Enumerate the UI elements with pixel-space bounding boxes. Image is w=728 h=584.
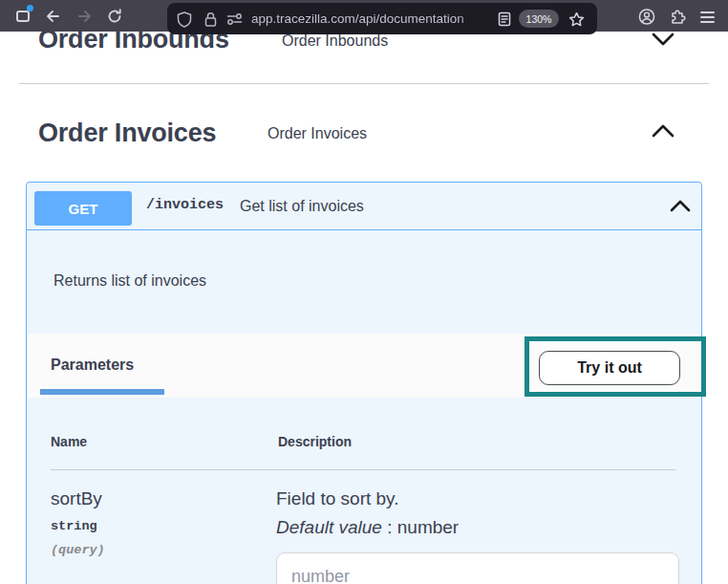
opblock-get-invoices: GET /invoices Get list of invoices Retur… [26, 182, 702, 584]
endpoint-description: Returns list of invoices [54, 272, 206, 290]
section-divider [19, 83, 709, 84]
param-location: (query) [51, 543, 105, 557]
endpoint-summary: Get list of invoices [240, 198, 364, 215]
permissions-toggles-icon[interactable] [225, 11, 243, 28]
table-header-divider [51, 469, 675, 470]
bookmark-star-icon[interactable] [567, 11, 585, 28]
firefox-view-icon[interactable] [14, 8, 32, 25]
section-subtitle-order-invoices: Order Invoices [268, 125, 367, 142]
collapse-chevron-up-icon[interactable] [670, 200, 691, 212]
hamburger-menu-icon[interactable] [698, 9, 716, 26]
try-it-out-button[interactable]: Try it out [539, 351, 680, 385]
reload-icon[interactable] [106, 8, 123, 25]
api-documentation-page: Order Inbounds Order Inbounds Order Invo… [0, 0, 728, 584]
param-description: Field to sort by. [276, 488, 398, 509]
param-default: Default value : number [276, 517, 459, 538]
param-default-value: number [397, 517, 459, 537]
chevron-up-icon[interactable] [652, 124, 674, 138]
param-default-separator: : [382, 517, 397, 537]
endpoint-path: /invoices [146, 197, 224, 213]
reader-mode-icon[interactable] [496, 11, 513, 28]
section-title-order-invoices[interactable]: Order Invoices [38, 119, 216, 148]
column-header-name: Name [51, 434, 87, 449]
account-icon[interactable] [638, 8, 655, 25]
param-name: sortBy [51, 488, 102, 509]
param-default-label: Default value [276, 517, 382, 537]
https-lock-icon[interactable] [202, 11, 219, 28]
tracking-protection-shield-icon[interactable] [176, 11, 193, 28]
param-value-input[interactable] [276, 552, 679, 584]
chevron-down-icon[interactable] [652, 32, 674, 46]
browser-toolbar: app.tracezilla.com/api/documentation 130… [0, 0, 728, 32]
param-type: string [51, 519, 97, 533]
browser-window: Order Inbounds Order Inbounds Order Invo… [0, 0, 728, 584]
method-badge-get: GET [34, 191, 132, 226]
forward-icon[interactable] [76, 8, 94, 25]
address-bar[interactable]: app.tracezilla.com/api/documentation 130… [167, 3, 597, 34]
section-subtitle-order-inbounds: Order Inbounds [282, 32, 388, 50]
extensions-puzzle-icon[interactable] [669, 8, 686, 25]
back-icon[interactable] [44, 8, 61, 25]
parameters-label: Parameters [51, 357, 134, 374]
parameters-active-underline [40, 389, 164, 395]
column-header-description: Description [278, 434, 352, 449]
url-text[interactable]: app.tracezilla.com/api/documentation [251, 3, 492, 34]
opblock-summary[interactable]: GET /invoices Get list of invoices [27, 183, 701, 230]
zoom-level-badge[interactable]: 130% [519, 10, 559, 28]
